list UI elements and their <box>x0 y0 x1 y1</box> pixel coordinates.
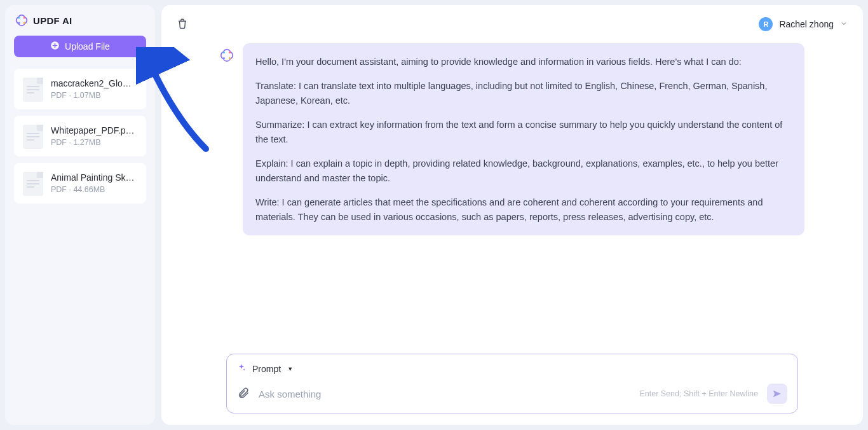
message-paragraph: Hello, I'm your document assistant, aimi… <box>255 55 792 69</box>
svg-point-8 <box>229 57 231 59</box>
file-meta: PDF · 1.27MB <box>51 138 135 147</box>
send-icon <box>772 389 782 399</box>
topbar: R Rachel zhong <box>177 14 848 34</box>
file-meta: PDF · 44.66MB <box>51 185 135 194</box>
chevron-down-icon <box>840 18 848 30</box>
upload-icon <box>50 41 60 52</box>
file-name: maccracken2_Glo… <box>51 78 132 88</box>
file-name: Animal Painting Sk… <box>51 172 135 183</box>
sparkle-icon <box>237 363 246 375</box>
file-item[interactable]: Whitepaper_PDF.p… PDF · 1.27MB <box>14 116 146 156</box>
delete-button[interactable] <box>177 18 188 31</box>
caret-down-icon: ▼ <box>287 366 293 372</box>
svg-point-6 <box>229 52 231 53</box>
send-button[interactable] <box>767 384 787 404</box>
document-icon <box>22 76 43 102</box>
user-name: Rachel zhong <box>779 19 834 29</box>
assistant-avatar-icon <box>220 48 234 64</box>
avatar: R <box>759 17 773 31</box>
attach-button[interactable] <box>237 387 250 401</box>
input-hint: Enter Send; Shift + Enter Newline <box>639 389 758 398</box>
file-item[interactable]: Animal Painting Sk… PDF · 44.66MB <box>14 163 146 204</box>
assistant-message-bubble: Hello, I'm your document assistant, aimi… <box>243 43 804 235</box>
message-paragraph: Write: I can generate articles that meet… <box>255 195 792 224</box>
svg-point-1 <box>24 17 25 18</box>
message-paragraph: Translate: I can translate text into mul… <box>255 79 792 108</box>
app-title: UPDF AI <box>33 15 72 26</box>
svg-point-5 <box>223 52 225 53</box>
sidebar: UPDF AI Upload File maccracken2_Glo… PDF… <box>5 5 155 425</box>
user-menu[interactable]: R Rachel zhong <box>759 17 848 31</box>
file-meta: PDF · 1.07MB <box>51 91 132 100</box>
document-icon <box>22 170 43 196</box>
app-logo-icon <box>15 14 28 27</box>
upload-file-label: Upload File <box>65 41 110 52</box>
main-panel: R Rachel zhong <box>161 5 863 425</box>
svg-point-2 <box>18 22 20 24</box>
file-item[interactable]: maccracken2_Glo… PDF · 1.07MB <box>14 69 146 109</box>
assistant-message: Hello, I'm your document assistant, aimi… <box>220 43 804 235</box>
paperclip-icon <box>237 387 250 399</box>
brand: UPDF AI <box>14 14 146 27</box>
svg-point-0 <box>18 17 20 18</box>
svg-point-7 <box>223 57 225 59</box>
document-icon <box>22 123 43 149</box>
composer: Prompt ▼ Enter Send; Shift + Enter Newli… <box>226 354 798 413</box>
file-name: Whitepaper_PDF.p… <box>51 125 135 135</box>
message-input[interactable] <box>259 389 630 399</box>
message-paragraph: Explain: I can explain a topic in depth,… <box>255 156 792 185</box>
prompt-label: Prompt <box>252 364 281 374</box>
prompt-selector[interactable]: Prompt ▼ <box>237 363 787 375</box>
conversation-thread: Hello, I'm your document assistant, aimi… <box>177 43 848 354</box>
upload-file-button[interactable]: Upload File <box>14 36 146 57</box>
file-list: maccracken2_Glo… PDF · 1.07MB Whitepaper… <box>14 69 146 204</box>
message-paragraph: Summarize: I can extract key information… <box>255 118 792 146</box>
trash-icon <box>177 18 188 29</box>
svg-point-3 <box>24 22 25 24</box>
